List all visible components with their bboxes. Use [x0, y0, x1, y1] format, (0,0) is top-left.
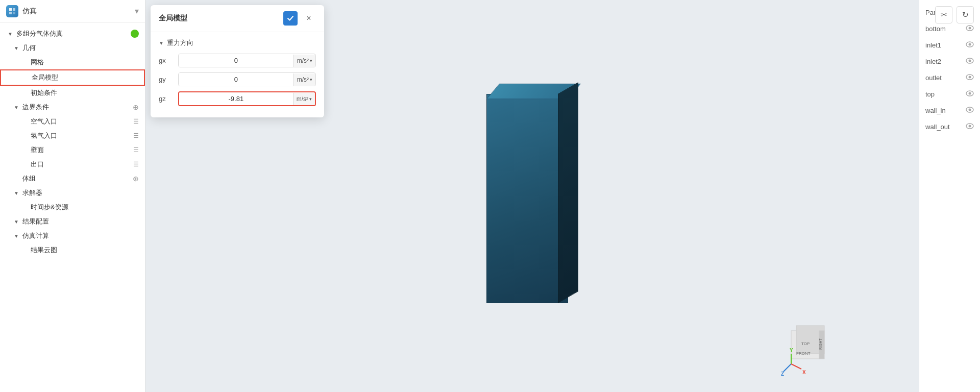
eye-icon[interactable]	[966, 122, 974, 131]
layer-item-wall_in[interactable]: wall_in	[919, 102, 980, 118]
confirm-button[interactable]	[283, 11, 298, 26]
eye-icon[interactable]	[966, 106, 974, 114]
gy-input[interactable]	[179, 73, 293, 86]
svg-rect-1	[13, 8, 15, 11]
modal-body: ▼ 重力方向 gx m/s² ▾ gy	[151, 32, 324, 117]
global-model-dialog: 全局模型 × ▼ 重力方向	[151, 5, 324, 117]
layer-item-wall_out[interactable]: wall_out	[919, 118, 980, 135]
tree-label: 几何	[22, 43, 139, 53]
svg-point-19	[969, 27, 971, 30]
svg-point-25	[969, 76, 971, 79]
expand-icon: ▼	[12, 189, 20, 197]
form-row-gx: gx m/s² ▾	[159, 54, 316, 67]
layer-name: wall_out	[925, 123, 950, 131]
eye-icon[interactable]	[966, 57, 974, 65]
gz-input[interactable]	[179, 92, 293, 105]
box-container	[476, 68, 578, 324]
sidebar-item-hydrogen-inlet[interactable]: ▶ 氢气入口 ☰	[0, 129, 145, 143]
add-body-group-button[interactable]: ⊕	[133, 175, 139, 183]
sidebar-item-boundary[interactable]: ▼ 边界条件 ⊕	[0, 100, 145, 114]
3d-model	[476, 68, 589, 334]
sidebar-item-multi-phase[interactable]: ▼ 多组分气体仿真	[0, 27, 145, 41]
tree-label: 结果云图	[31, 246, 139, 255]
layer-name: top	[925, 90, 935, 98]
section-collapse-icon[interactable]: ▼	[159, 40, 164, 46]
sidebar-title: 仿真	[22, 7, 37, 16]
main-content: ✂ ↻ 全局模型 ×	[145, 0, 980, 392]
field-label-gy: gy	[159, 76, 174, 83]
sidebar-item-result-config[interactable]: ▼ 结果配置	[0, 214, 145, 229]
menu-icon[interactable]: ☰	[133, 161, 139, 168]
sidebar-header-left: 仿真	[6, 5, 37, 17]
expand-icon: ▼	[12, 103, 20, 111]
menu-icon[interactable]: ☰	[133, 132, 139, 139]
sidebar-item-wall[interactable]: ▶ 壁面 ☰	[0, 143, 145, 157]
gx-input-wrapper: m/s² ▾	[178, 54, 316, 67]
eye-icon[interactable]	[966, 24, 974, 33]
gravity-section-label: 重力方向	[167, 38, 193, 47]
sidebar-item-result-cloud[interactable]: ▶ 结果云图	[0, 243, 145, 257]
sidebar-item-sim-calc[interactable]: ▼ 仿真计算	[0, 229, 145, 243]
tree-label: 空气入口	[31, 117, 131, 126]
tree-label: 壁面	[31, 145, 131, 155]
form-row-gz: gz m/s² ▾	[159, 91, 316, 106]
eye-icon[interactable]	[966, 74, 974, 82]
layer-name: outlet	[925, 74, 942, 82]
refresh-icon: ↻	[962, 10, 969, 19]
cut-button[interactable]: ✂	[935, 6, 952, 23]
layer-name: inlet1	[925, 41, 941, 49]
refresh-button[interactable]: ↻	[957, 6, 974, 23]
svg-point-23	[969, 60, 971, 62]
tree-label: 时间步&资源	[31, 203, 139, 212]
layer-item-inlet2[interactable]: inlet2	[919, 53, 980, 69]
svg-text:X: X	[802, 370, 806, 375]
close-button[interactable]: ×	[302, 11, 316, 26]
sidebar-item-mesh[interactable]: ▶ 网格	[0, 55, 145, 69]
sidebar: 仿真 ▾ ▼ 多组分气体仿真 ▼ 几何 ▶ 网格 ▶ 全局模型 ▶ 初始条件	[0, 0, 145, 392]
layer-item-top[interactable]: top	[919, 86, 980, 102]
svg-rect-0	[9, 8, 12, 11]
sidebar-item-outlet-bc[interactable]: ▶ 出口 ☰	[0, 157, 145, 172]
sidebar-item-global-model[interactable]: ▶ 全局模型	[0, 69, 145, 86]
sidebar-header: 仿真 ▾	[0, 0, 145, 22]
menu-icon[interactable]: ☰	[133, 146, 139, 154]
tree-label: 边界条件	[22, 103, 131, 112]
gz-unit-button[interactable]: m/s² ▾	[293, 93, 315, 105]
sidebar-item-timestep[interactable]: ▶ 时间步&资源	[0, 200, 145, 214]
sidebar-item-air-inlet[interactable]: ▶ 空气入口 ☰	[0, 114, 145, 129]
viewport-toolbar: ✂ ↻	[935, 6, 974, 23]
sidebar-item-geometry[interactable]: ▼ 几何	[0, 41, 145, 55]
svg-rect-3	[13, 12, 15, 14]
gy-unit-button[interactable]: m/s² ▾	[293, 74, 315, 86]
eye-icon[interactable]	[966, 41, 974, 49]
menu-icon[interactable]: ☰	[133, 118, 139, 125]
status-badge	[131, 30, 139, 38]
box-front-face	[486, 94, 568, 303]
layers-panel: Part_1 bottom inlet1	[919, 0, 980, 392]
eye-icon[interactable]	[966, 90, 974, 98]
sidebar-item-init-condition[interactable]: ▶ 初始条件	[0, 86, 145, 100]
svg-point-27	[969, 92, 971, 95]
svg-point-31	[969, 125, 971, 128]
expand-icon: ▼	[6, 30, 14, 38]
tree-label: 求解器	[22, 188, 139, 198]
sidebar-collapse-button[interactable]: ▾	[135, 6, 139, 16]
layer-item-outlet[interactable]: outlet	[919, 69, 980, 86]
gx-unit-button[interactable]: m/s² ▾	[293, 55, 315, 67]
tree-label: 体组	[22, 174, 131, 183]
gy-unit-chevron: ▾	[310, 77, 312, 82]
tree-container: ▼ 多组分气体仿真 ▼ 几何 ▶ 网格 ▶ 全局模型 ▶ 初始条件 ▼ 边界条件	[0, 22, 145, 392]
svg-point-21	[969, 43, 971, 46]
layers-list: Part_1 bottom inlet1	[919, 4, 980, 135]
tree-label: 氢气入口	[31, 131, 131, 140]
expand-icon: ▼	[12, 232, 20, 240]
tree-label: 结果配置	[22, 217, 139, 226]
sidebar-item-body-group[interactable]: ▶ 体组 ⊕	[0, 172, 145, 186]
add-boundary-button[interactable]: ⊕	[133, 103, 139, 111]
tree-label: 多组分气体仿真	[16, 29, 129, 38]
svg-text:TOP: TOP	[801, 341, 810, 346]
sidebar-item-solver[interactable]: ▼ 求解器	[0, 186, 145, 200]
layer-item-inlet1[interactable]: inlet1	[919, 37, 980, 53]
svg-text:Z: Z	[781, 371, 784, 377]
gx-input[interactable]	[179, 54, 293, 67]
